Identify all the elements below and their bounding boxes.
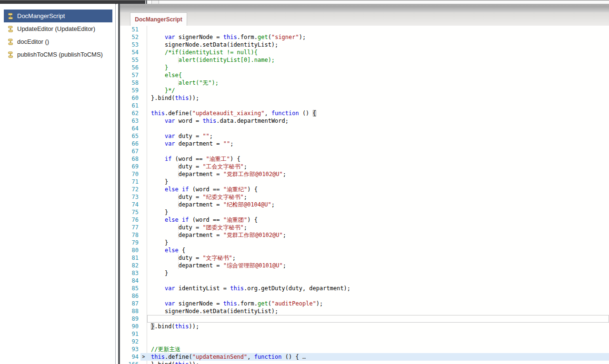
fold-arrow-icon[interactable]: > — [140, 353, 147, 361]
code-text[interactable]: alert("无"); — [147, 79, 609, 87]
code-line[interactable]: 66 var department = ""; — [120, 140, 609, 148]
code-line[interactable]: 75 } — [120, 208, 609, 216]
code-text[interactable]: signerNode.setData(identityList); — [147, 307, 609, 315]
code-text[interactable] — [147, 315, 609, 323]
code-line[interactable]: 60}.bind(this)); — [120, 94, 609, 102]
code-line[interactable]: 51 — [120, 26, 609, 33]
code-line[interactable]: 84 — [120, 277, 609, 285]
code-line[interactable]: 87 var signerNode = this.form.get("audit… — [120, 300, 609, 307]
sidebar-item-publishtocms[interactable]: publishToCMS (publishToCMS) — [4, 48, 112, 61]
code-text[interactable]: }.bind(this)); — [147, 323, 609, 330]
code-line[interactable]: 77 duty = "团委文字秘书"; — [120, 224, 609, 231]
code-text[interactable]: signerNode.setData(identityList); — [147, 41, 609, 49]
code-text[interactable]: else if (word == "渝重纪") { — [147, 186, 609, 193]
code-line[interactable]: 59 }*/ — [120, 87, 609, 94]
code-text[interactable]: var signerNode = this.form.get("signer")… — [147, 33, 609, 41]
code-line[interactable]: 69 duty = "工会文字秘书"; — [120, 163, 609, 170]
code-text[interactable]: }*/ — [147, 87, 609, 94]
code-text[interactable]: else { — [147, 246, 609, 254]
code-text[interactable]: } — [147, 64, 609, 71]
code-line[interactable]: 91 — [120, 330, 609, 338]
code-text[interactable] — [147, 26, 609, 33]
code-line[interactable]: 65 var duty = ""; — [120, 132, 609, 140]
code-text[interactable]: } — [147, 208, 609, 216]
code-text[interactable]: }.bind(this)); — [147, 94, 609, 102]
code-token: var — [165, 285, 175, 292]
code-line[interactable]: 55 alert(identityList[0].name); — [120, 56, 609, 64]
code-line[interactable]: 78 department = "党群工作部@0102@U"; — [120, 231, 609, 239]
code-line[interactable]: 76 else if (word == "渝重团") { — [120, 216, 609, 224]
code-text[interactable]: else if (word == "渝重团") { — [147, 216, 609, 224]
code-line[interactable]: 67 — [120, 148, 609, 155]
code-text[interactable]: this.define("updateaudit_xiaxing", funct… — [147, 109, 609, 117]
code-text[interactable] — [147, 148, 609, 155]
code-line[interactable]: 63 var word = this.data.departmentWord; — [120, 117, 609, 125]
code-line[interactable]: 52 var signerNode = this.form.get("signe… — [120, 33, 609, 41]
code-text[interactable]: if (word == "渝重工") { — [147, 155, 609, 163]
code-text[interactable]: } — [147, 178, 609, 186]
code-text[interactable] — [147, 125, 609, 132]
code-text[interactable]: else{ — [147, 71, 609, 79]
code-text[interactable]: //更新主送 — [147, 345, 609, 353]
code-line[interactable]: 68 if (word == "渝重工") { — [120, 155, 609, 163]
code-text[interactable]: var duty = ""; — [147, 132, 609, 140]
code-token: ; — [244, 163, 247, 170]
code-text[interactable]: department = "党群工作部@0102@U"; — [147, 231, 609, 239]
code-text[interactable] — [147, 330, 609, 338]
code-line[interactable]: 90}.bind(this)); — [120, 323, 609, 330]
code-text[interactable]: var word = this.data.departmentWord; — [147, 117, 609, 125]
code-text[interactable]: duty = "纪委文字秘书"; — [147, 193, 609, 201]
code-line[interactable]: 83 } — [120, 269, 609, 277]
code-text[interactable] — [147, 277, 609, 285]
code-text[interactable]: duty = "文字秘书"; — [147, 254, 609, 262]
code-text[interactable]: } — [147, 269, 609, 277]
code-text[interactable]: } — [147, 239, 609, 246]
code-editor[interactable]: 5152 var signerNode = this.form.get("sig… — [120, 26, 609, 364]
code-text[interactable]: alert(identityList[0].name); — [147, 56, 609, 64]
code-line[interactable]: 71 } — [120, 178, 609, 186]
code-line[interactable]: 94>this.define("updatemainSend", functio… — [120, 353, 609, 361]
code-line[interactable]: 62this.define("updateaudit_xiaxing", fun… — [120, 109, 609, 117]
code-line[interactable]: 80 else { — [120, 246, 609, 254]
code-line[interactable]: 73 duty = "纪委文字秘书"; — [120, 193, 609, 201]
code-text[interactable]: var department = ""; — [147, 140, 609, 148]
code-line[interactable]: 53 signerNode.setData(identityList); — [120, 41, 609, 49]
code-line[interactable]: 92 — [120, 338, 609, 345]
code-line[interactable]: 74 department = "纪检部@0104@U"; — [120, 201, 609, 208]
code-line[interactable]: 61 — [120, 102, 609, 109]
code-line[interactable]: 58 alert("无"); — [120, 79, 609, 87]
code-text[interactable]: var signerNode = this.form.get("auditPeo… — [147, 300, 609, 307]
code-line[interactable]: 82 department = "综合管理部@0101@U"; — [120, 262, 609, 269]
code-line[interactable]: 70 department = "党群工作部@0102@U"; — [120, 170, 609, 178]
code-line[interactable]: 93//更新主送 — [120, 345, 609, 353]
code-text[interactable] — [147, 292, 609, 300]
code-text[interactable]: }.bind(this)); — [147, 361, 609, 364]
sidebar-item-docmangerscript[interactable]: DocMangerScript — [4, 10, 112, 22]
sidebar-item-updateeditor[interactable]: UpdateEditor (UpdateEditor) — [4, 22, 112, 35]
code-line[interactable]: 72 else if (word == "渝重纪") { — [120, 186, 609, 193]
code-line[interactable]: 57 else{ — [120, 71, 609, 79]
sidebar-item-doceditor[interactable]: docEditor () — [4, 35, 112, 48]
code-text[interactable]: this.define("updatemainSend", function (… — [147, 353, 609, 361]
code-text[interactable]: department = "党群工作部@0102@U"; — [147, 170, 609, 178]
code-text[interactable]: /*if(identityList != null){ — [147, 49, 609, 56]
code-line[interactable]: 166}.bind(this)); — [120, 361, 609, 364]
code-line[interactable]: 85 var identityList = this.org.getDuty(d… — [120, 285, 609, 292]
code-text[interactable]: department = "纪检部@0104@U"; — [147, 201, 609, 208]
code-line[interactable]: 86 — [120, 292, 609, 300]
code-line[interactable]: 81 duty = "文字秘书"; — [120, 254, 609, 262]
code-text[interactable] — [147, 338, 609, 345]
code-text[interactable]: var identityList = this.org.getDuty(duty… — [147, 285, 609, 292]
tab-docmangerscript[interactable]: DocMangerScript — [130, 12, 187, 26]
code-line[interactable]: 54 /*if(identityList != null){ — [120, 49, 609, 56]
code-line[interactable]: 89 — [120, 315, 609, 323]
code-token: )); — [189, 95, 199, 101]
code-line[interactable]: 79 } — [120, 239, 609, 246]
code-text[interactable]: duty = "工会文字秘书"; — [147, 163, 609, 170]
code-line[interactable]: 56 } — [120, 64, 609, 71]
code-text[interactable]: department = "综合管理部@0101@U"; — [147, 262, 609, 269]
code-line[interactable]: 88 signerNode.setData(identityList); — [120, 307, 609, 315]
code-text[interactable]: duty = "团委文字秘书"; — [147, 224, 609, 231]
code-line[interactable]: 64 — [120, 125, 609, 132]
code-text[interactable] — [147, 102, 609, 109]
